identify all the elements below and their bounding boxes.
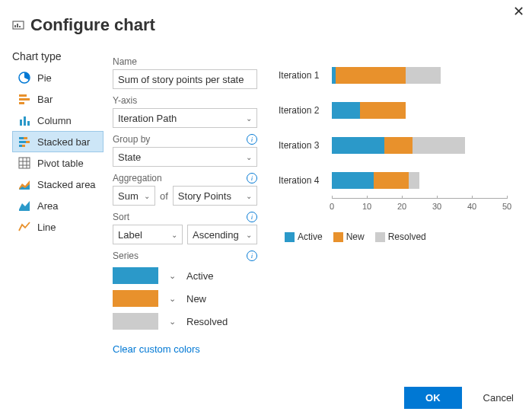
chevron-down-icon[interactable]: ⌄ — [169, 294, 176, 304]
svg-rect-9 — [24, 116, 26, 126]
svg-rect-11 — [19, 137, 24, 139]
close-icon[interactable]: ✕ — [513, 5, 524, 18]
chart-tick-label: 40 — [467, 202, 476, 211]
svg-rect-1 — [14, 25, 16, 27]
svg-rect-13 — [19, 141, 26, 143]
chart-preview: Iteration 1Iteration 2Iteration 3Iterati… — [263, 43, 520, 355]
chevron-down-icon: ⌄ — [246, 153, 252, 161]
svg-rect-3 — [19, 26, 21, 27]
chart-type-line[interactable]: Line — [12, 216, 104, 238]
svg-rect-6 — [19, 98, 30, 101]
svg-rect-5 — [19, 94, 27, 97]
chart-bar-segment — [332, 172, 374, 189]
series-color-swatch[interactable] — [113, 267, 158, 284]
chevron-down-icon[interactable]: ⌄ — [169, 271, 176, 281]
chart-type-panel: Chart type Pie Bar Column Stacked bar Pi… — [12, 43, 104, 355]
series-item: ⌄New — [113, 290, 257, 307]
dialog-header: Configure chart — [0, 0, 532, 43]
chart-bar-segment — [409, 172, 419, 189]
svg-rect-16 — [22, 145, 25, 147]
info-icon[interactable]: i — [247, 173, 257, 183]
chart-bar-segment — [413, 137, 465, 154]
series-item: ⌄Resolved — [113, 313, 257, 330]
chart-type-area[interactable]: Area — [12, 195, 104, 216]
chevron-down-icon: ⌄ — [144, 192, 150, 200]
chart-bar-track — [332, 172, 517, 189]
legend-item: Resolved — [375, 231, 426, 242]
info-icon[interactable]: i — [247, 134, 257, 145]
svg-rect-2 — [17, 24, 18, 27]
chart-bar-row: Iteration 3 — [279, 128, 517, 163]
aggregation-fn-select[interactable]: Sum ⌄ — [113, 186, 155, 206]
series-name-label: New — [186, 293, 206, 305]
info-icon[interactable]: i — [247, 250, 257, 261]
series-item: ⌄Active — [113, 267, 257, 284]
chart-type-pivot-table[interactable]: Pivot table — [12, 152, 104, 174]
chart-type-stacked-bar[interactable]: Stacked bar — [12, 131, 104, 152]
ok-button[interactable]: OK — [404, 387, 462, 409]
svg-rect-8 — [20, 120, 22, 126]
chevron-down-icon: ⌄ — [246, 114, 252, 123]
legend-item: New — [333, 231, 365, 242]
chart-tick-label: 50 — [502, 202, 511, 211]
name-label: Name — [113, 56, 257, 67]
series-color-swatch[interactable] — [113, 290, 158, 307]
chart-tick-label: 30 — [432, 202, 441, 211]
clear-custom-colors-link[interactable]: Clear custom colors — [113, 343, 200, 355]
svg-rect-17 — [19, 158, 30, 168]
chart-tick-label: 20 — [397, 202, 406, 211]
aggregation-field-select[interactable]: Story Points ⌄ — [173, 186, 257, 206]
legend-item: Active — [285, 231, 323, 242]
chart-bar-track — [332, 102, 517, 119]
cancel-button[interactable]: Cancel — [480, 388, 517, 408]
pie-icon — [18, 71, 31, 85]
area-icon — [18, 199, 31, 212]
stacked-bar-icon — [18, 135, 31, 148]
dialog-title: Configure chart — [30, 15, 155, 35]
series-name-label: Resolved — [186, 316, 228, 327]
chart-bar-segment — [332, 137, 384, 154]
chevron-down-icon: ⌄ — [246, 231, 252, 239]
svg-rect-7 — [19, 102, 24, 104]
chart-bar-segment — [374, 172, 409, 189]
pivot-table-icon — [18, 156, 31, 170]
aggregation-label: Aggregation — [113, 173, 162, 183]
bar-icon — [18, 92, 31, 106]
chart-tick-label: 10 — [362, 202, 371, 211]
svg-rect-14 — [26, 141, 30, 143]
svg-rect-10 — [27, 121, 30, 126]
chart-type-column[interactable]: Column — [12, 110, 104, 131]
chart-type-bar[interactable]: Bar — [12, 88, 104, 110]
chart-x-axis: 01020304050 — [332, 198, 507, 215]
dialog-footer: OK Cancel — [404, 387, 517, 409]
chart-bar-track — [332, 67, 517, 84]
chart-type-stacked-area[interactable]: Stacked area — [12, 174, 104, 195]
yaxis-label: Y-axis — [113, 95, 257, 106]
svg-rect-12 — [24, 137, 27, 139]
chart-config-icon — [12, 19, 24, 31]
chart-bar-segment — [384, 137, 413, 154]
name-input[interactable] — [113, 69, 257, 89]
chart-bar-segment — [360, 102, 406, 119]
sort-dir-select[interactable]: Ascending ⌄ — [187, 225, 257, 244]
sort-label: Sort — [113, 212, 129, 222]
chevron-down-icon[interactable]: ⌄ — [169, 317, 176, 327]
chart-type-pie[interactable]: Pie — [12, 67, 104, 88]
line-icon — [18, 220, 31, 234]
stacked-area-icon — [18, 177, 31, 191]
chart-category-label: Iteration 1 — [279, 70, 332, 81]
chart-bar-row: Iteration 1 — [279, 58, 517, 93]
sort-field-select[interactable]: Label ⌄ — [113, 225, 183, 244]
groupby-select[interactable]: State ⌄ — [113, 147, 257, 167]
series-label: Series — [113, 250, 139, 261]
config-form: Name Y-axis Iteration Path ⌄ Group by i … — [104, 43, 263, 355]
chart-category-label: Iteration 3 — [279, 140, 332, 151]
column-icon — [18, 113, 31, 127]
chart-bar-row: Iteration 4 — [279, 163, 517, 198]
chart-tick-label: 0 — [330, 202, 334, 211]
series-color-swatch[interactable] — [113, 313, 158, 330]
info-icon[interactable]: i — [247, 212, 257, 222]
chart-bar-row: Iteration 2 — [279, 93, 517, 128]
yaxis-select[interactable]: Iteration Path ⌄ — [113, 108, 257, 128]
chart-category-label: Iteration 2 — [279, 105, 332, 116]
